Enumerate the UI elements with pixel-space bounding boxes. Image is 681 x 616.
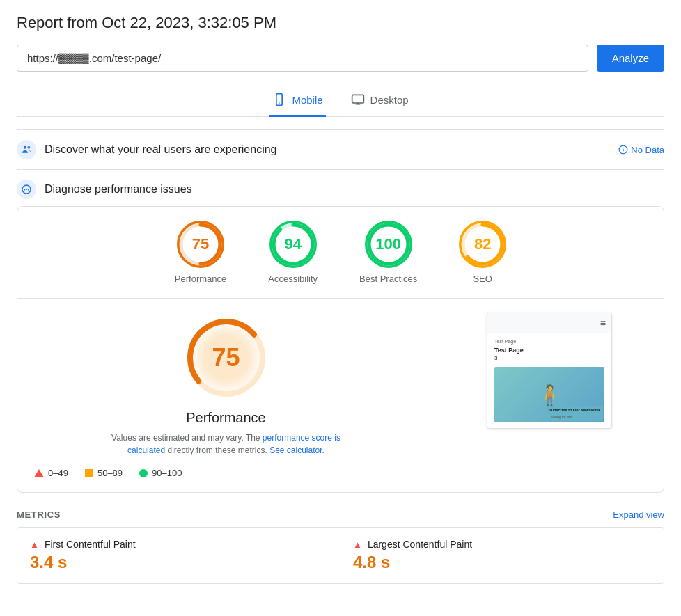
score-performance[interactable]: 75 Performance	[175, 221, 226, 284]
score-circle-performance: 75	[177, 221, 224, 268]
preview-menu-icon: ≡	[600, 317, 606, 329]
metrics-header: METRICS Expand view	[17, 500, 664, 527]
metric-lcp-value: 4.8 s	[353, 553, 651, 572]
expand-view-button[interactable]: Expand view	[613, 510, 664, 520]
preview-image: 🧍 Subscribe to Our Newsletter Looking fo…	[494, 367, 604, 422]
users-icon	[21, 144, 32, 155]
tab-mobile-label: Mobile	[292, 94, 322, 106]
score-label-performance: Performance	[175, 274, 226, 284]
calculator-link[interactable]: See calculator	[269, 445, 322, 455]
metric-lcp-red-icon: ▲	[353, 539, 362, 550]
score-circle-best-practices: 100	[365, 221, 412, 268]
score-label-accessibility: Accessibility	[268, 274, 318, 284]
left-panel: 75 Performance Values are estimated and …	[34, 313, 418, 478]
preview-newsletter-title: Subscribe to Our Newsletter	[549, 408, 600, 413]
tab-mobile[interactable]: Mobile	[269, 86, 325, 117]
url-input[interactable]	[17, 45, 588, 72]
diagnose-title: Diagnose performance issues	[45, 183, 192, 196]
big-score-container: 75 Performance Values are estimated and …	[34, 313, 418, 457]
score-label-best-practices: Best Practices	[359, 274, 417, 284]
metric-fcp-value: 3.4 s	[30, 553, 327, 572]
svg-point-1	[279, 102, 281, 104]
score-seo[interactable]: 82 SEO	[459, 221, 506, 284]
big-score-number: 75	[212, 343, 240, 372]
metric-lcp-name-row: ▲ Largest Contentful Paint	[353, 539, 651, 550]
main-detail: 75 Performance Values are estimated and …	[17, 299, 664, 492]
metric-fcp-name-row: ▲ First Contentful Paint	[30, 539, 327, 550]
real-users-icon	[17, 140, 36, 159]
svg-point-9	[623, 147, 624, 148]
score-best-practices[interactable]: 100 Best Practices	[359, 221, 417, 284]
desktop-icon	[351, 93, 365, 106]
legend-green-range: 90–100	[152, 468, 182, 478]
info-icon	[618, 145, 628, 155]
svg-point-6	[27, 146, 30, 149]
legend-red: 0–49	[34, 468, 68, 478]
legend-orange: 50–89	[85, 468, 123, 478]
metric-fcp-label: First Contentful Paint	[45, 539, 136, 550]
metrics-grid: ▲ First Contentful Paint 3.4 s ▲ Largest…	[17, 527, 664, 584]
vertical-divider	[435, 313, 435, 478]
metric-fcp: ▲ First Contentful Paint 3.4 s	[17, 528, 340, 583]
preview-topbar: ≡	[487, 313, 611, 333]
score-note: Values are estimated and may vary. The p…	[94, 432, 359, 457]
preview-page-num: 3	[494, 355, 604, 361]
legend-green: 90–100	[139, 468, 182, 478]
tabs-row: Mobile Desktop	[17, 86, 664, 117]
legend-red-range: 0–49	[48, 468, 68, 478]
right-panel: ≡ Test Page Test Page 3 🧍 Subscribe to O…	[452, 313, 647, 478]
diagnose-section-header: Diagnose performance issues	[17, 169, 664, 206]
real-users-section: Discover what your real users are experi…	[17, 129, 664, 166]
preview-looking-for: Looking for the	[549, 415, 600, 420]
scores-row: 75 Performance 94 Accessibility	[17, 221, 664, 298]
legend-green-icon	[139, 469, 148, 477]
preview-body: Test Page Test Page 3 🧍 Subscribe to Our…	[487, 333, 611, 428]
real-users-title: Discover what your real users are experi…	[45, 143, 276, 156]
score-circle-seo: 82	[459, 221, 506, 268]
preview-newsletter-box: Subscribe to Our Newsletter Looking for …	[546, 406, 603, 421]
svg-rect-2	[352, 95, 363, 103]
legend-row: 0–49 50–89 90–100	[34, 468, 418, 478]
gauge-icon	[21, 184, 32, 195]
big-circle-wrapper: 75	[181, 313, 272, 403]
analyze-button[interactable]: Analyze	[597, 45, 664, 72]
tab-desktop[interactable]: Desktop	[348, 86, 412, 117]
url-bar-row: Analyze	[17, 45, 664, 72]
diagnose-panel: 75 Performance 94 Accessibility	[17, 206, 664, 493]
score-label-seo: SEO	[473, 274, 492, 284]
preview-site-name: Test Page	[494, 339, 604, 344]
no-data-badge: No Data	[618, 145, 664, 155]
metrics-section: METRICS Expand view ▲ First Contentful P…	[17, 500, 664, 584]
score-circle-accessibility: 94	[269, 221, 317, 268]
legend-orange-icon	[85, 469, 93, 477]
preview-person-figure: 🧍	[538, 384, 562, 406]
svg-point-11	[26, 189, 27, 190]
preview-page-title: Test Page	[494, 347, 604, 354]
legend-red-icon	[34, 469, 44, 477]
diagnose-icon	[17, 180, 36, 199]
page-preview: ≡ Test Page Test Page 3 🧍 Subscribe to O…	[487, 313, 612, 429]
tab-desktop-label: Desktop	[370, 94, 409, 106]
svg-point-5	[24, 146, 26, 149]
metric-lcp: ▲ Largest Contentful Paint 4.8 s	[340, 528, 664, 583]
score-accessibility[interactable]: 94 Accessibility	[268, 221, 318, 284]
metric-lcp-label: Largest Contentful Paint	[368, 539, 472, 550]
big-score-title: Performance	[186, 410, 266, 426]
metric-fcp-red-icon: ▲	[30, 539, 39, 550]
metrics-title: METRICS	[17, 510, 61, 520]
mobile-icon	[272, 93, 286, 106]
legend-orange-range: 50–89	[97, 468, 123, 478]
report-title: Report from Oct 22, 2023, 3:32:05 PM	[17, 14, 664, 32]
